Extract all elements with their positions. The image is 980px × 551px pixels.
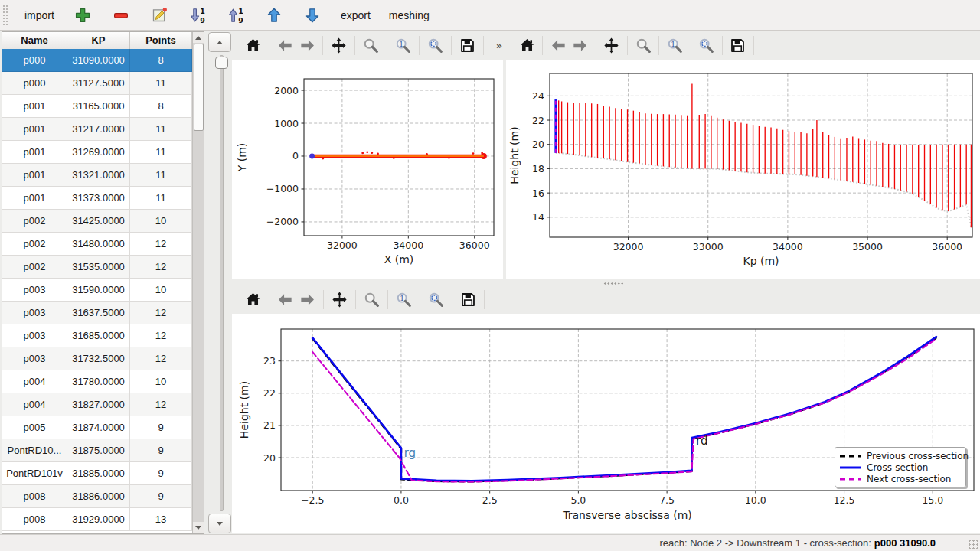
delete-cross-section-button[interactable] bbox=[111, 5, 131, 25]
save-button[interactable] bbox=[458, 289, 479, 310]
table-row[interactable]: p00431827.000012 bbox=[2, 393, 192, 416]
svg-text:22: 22 bbox=[263, 387, 276, 399]
table-row[interactable]: p00131217.000011 bbox=[2, 118, 192, 141]
table-cell: p005 bbox=[2, 416, 67, 439]
zoom-button[interactable] bbox=[633, 34, 653, 56]
export-button[interactable]: export bbox=[332, 9, 380, 21]
plan-view-plot[interactable]: 320003400036000−2000−1000010002000X (m)Y… bbox=[232, 60, 503, 279]
table-cell: 31127.5000 bbox=[67, 72, 130, 95]
table-scrollbar[interactable] bbox=[192, 32, 204, 533]
column-header-kp[interactable]: KP bbox=[67, 32, 130, 49]
zoom-button[interactable] bbox=[361, 289, 382, 310]
table-row[interactable]: p00331590.000010 bbox=[2, 279, 192, 302]
table-cell: p008 bbox=[2, 508, 67, 531]
column-header-name[interactable]: Name bbox=[2, 32, 67, 49]
pan-button[interactable] bbox=[328, 34, 349, 56]
table-row[interactable]: p00131165.00008 bbox=[2, 95, 192, 118]
window-resize-grip[interactable] bbox=[968, 539, 978, 549]
table-row[interactable]: p00231425.000010 bbox=[2, 210, 192, 233]
table-cell: p001 bbox=[2, 95, 67, 118]
table-row[interactable]: p00131321.000011 bbox=[2, 164, 192, 187]
table-row[interactable]: p00331637.500012 bbox=[2, 302, 192, 324]
table-row[interactable]: p00531874.00009 bbox=[2, 416, 192, 439]
svg-text:36000: 36000 bbox=[459, 240, 490, 251]
table-cell: 12 bbox=[130, 324, 192, 347]
pan-button[interactable] bbox=[602, 34, 622, 56]
meshing-button[interactable]: meshing bbox=[380, 9, 439, 21]
toolbar-separator bbox=[354, 36, 355, 55]
row-slider-handle[interactable] bbox=[215, 57, 228, 69]
home-button[interactable] bbox=[517, 34, 537, 56]
horizontal-splitter[interactable] bbox=[230, 279, 980, 288]
zoom-to-rect-button[interactable] bbox=[697, 34, 717, 56]
add-cross-section-button[interactable] bbox=[73, 5, 93, 25]
scrollbar-thumb[interactable] bbox=[194, 44, 204, 131]
zoom-button[interactable] bbox=[361, 34, 381, 56]
toolbar-overflow-button[interactable]: » bbox=[493, 40, 505, 51]
back-button[interactable] bbox=[275, 289, 296, 310]
zoom-to-rect-button[interactable] bbox=[426, 289, 446, 310]
zoom-original-button[interactable] bbox=[394, 289, 414, 310]
table-row[interactable]: PontRD101v31885.00009 bbox=[2, 462, 192, 485]
toolbar-separator bbox=[322, 36, 323, 55]
table-row[interactable]: PontRD10...31875.00009 bbox=[2, 439, 192, 462]
forward-button[interactable] bbox=[570, 34, 590, 56]
table-row[interactable]: p00431780.000010 bbox=[2, 370, 192, 393]
zoom-original-button[interactable] bbox=[393, 34, 413, 56]
column-header-points[interactable]: Points bbox=[130, 32, 192, 49]
slider-up-button[interactable] bbox=[208, 32, 231, 52]
save-button[interactable] bbox=[728, 34, 748, 56]
legend-line-sample bbox=[840, 454, 861, 458]
move-down-button[interactable] bbox=[302, 5, 322, 25]
home-button[interactable] bbox=[243, 34, 263, 56]
table-cell: p008 bbox=[2, 485, 67, 508]
table-cell: 31535.0000 bbox=[67, 256, 130, 279]
svg-text:21: 21 bbox=[263, 419, 276, 431]
scroll-up-button[interactable] bbox=[193, 32, 204, 43]
scroll-down-button[interactable] bbox=[193, 522, 204, 533]
cross-section-plot[interactable]: −2.50.02.55.07.510.012.515.020212223Tran… bbox=[232, 314, 980, 533]
table-row[interactable]: p00131269.000011 bbox=[2, 141, 192, 164]
home-icon bbox=[244, 37, 262, 54]
zoom-original-button[interactable] bbox=[665, 34, 684, 56]
table-cell: 31165.0000 bbox=[67, 95, 130, 118]
table-row[interactable]: p00131373.000011 bbox=[2, 187, 192, 210]
sort-descending-button[interactable] bbox=[188, 5, 207, 25]
table-row[interactable]: p00331685.000012 bbox=[2, 324, 192, 347]
zoom-icon bbox=[363, 291, 381, 308]
pan-icon bbox=[330, 37, 348, 54]
table-row[interactable]: p00831929.000013 bbox=[2, 508, 192, 531]
longitudinal-profile-plot[interactable]: 3200033000340003500036000141618202224Kp … bbox=[506, 60, 980, 279]
save-button[interactable] bbox=[457, 34, 478, 56]
toolbar-separator bbox=[237, 290, 237, 309]
toolbar-drag-handle[interactable] bbox=[2, 5, 9, 26]
minus-icon bbox=[112, 6, 130, 24]
forward-button[interactable] bbox=[297, 34, 318, 56]
zoom-to-rect-button[interactable] bbox=[425, 34, 446, 56]
table-cell: 9 bbox=[130, 462, 192, 485]
forward-button[interactable] bbox=[297, 289, 318, 310]
table-row[interactable]: p00831886.00009 bbox=[2, 485, 192, 508]
sort-ascending-button[interactable] bbox=[226, 5, 246, 25]
status-bar: reach: Node 2 -> Downstream 1 - cross-se… bbox=[0, 534, 980, 551]
table-cell: 31732.5000 bbox=[67, 347, 130, 370]
table-row[interactable]: p00231480.000012 bbox=[2, 233, 192, 256]
back-button[interactable] bbox=[548, 34, 568, 56]
table-row[interactable]: p00031127.500011 bbox=[2, 72, 192, 95]
forward-icon bbox=[571, 37, 589, 54]
table-cell: p001 bbox=[2, 141, 67, 164]
status-current-cross-section: p000 31090.0 bbox=[874, 537, 936, 549]
legend-line-sample bbox=[840, 477, 861, 481]
pan-button[interactable] bbox=[329, 289, 350, 310]
table-row[interactable]: p00331732.500012 bbox=[2, 347, 192, 370]
home-button[interactable] bbox=[243, 289, 263, 310]
table-row[interactable]: p00031090.00008 bbox=[2, 49, 192, 72]
edit-cross-section-button[interactable] bbox=[149, 5, 169, 25]
cross-section-plot-toolbar bbox=[232, 287, 492, 311]
back-button[interactable] bbox=[275, 34, 296, 56]
slider-down-button[interactable] bbox=[208, 514, 231, 533]
row-slider-track[interactable] bbox=[220, 55, 224, 511]
import-button[interactable]: import bbox=[15, 9, 64, 21]
move-up-button[interactable] bbox=[264, 5, 284, 25]
table-row[interactable]: p00231535.000012 bbox=[2, 256, 192, 279]
